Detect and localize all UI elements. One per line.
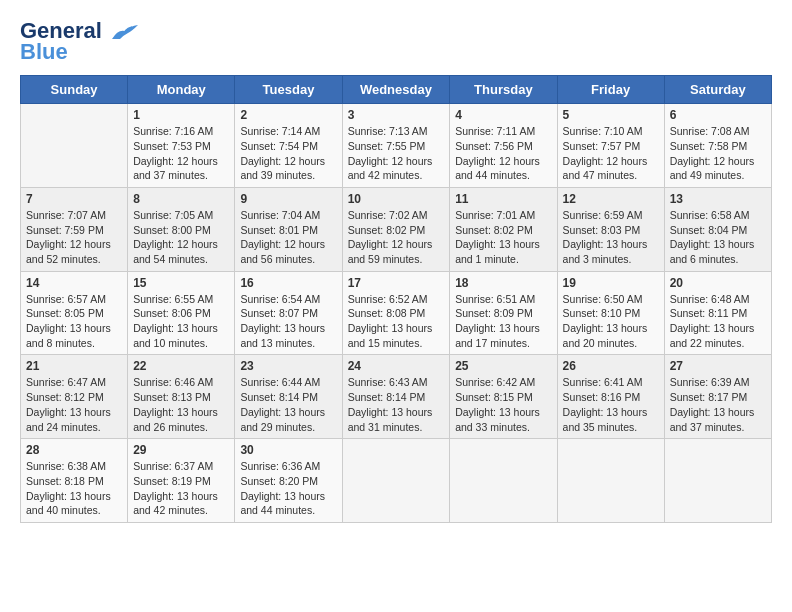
day-info: Sunrise: 7:13 AM Sunset: 7:55 PM Dayligh… [348, 124, 445, 183]
calendar-cell: 22Sunrise: 6:46 AM Sunset: 8:13 PM Dayli… [128, 355, 235, 439]
header-sunday: Sunday [21, 76, 128, 104]
logo-blue: Blue [20, 39, 68, 65]
day-number: 2 [240, 108, 336, 122]
calendar-cell: 1Sunrise: 7:16 AM Sunset: 7:53 PM Daylig… [128, 104, 235, 188]
day-number: 28 [26, 443, 122, 457]
day-info: Sunrise: 6:54 AM Sunset: 8:07 PM Dayligh… [240, 292, 336, 351]
day-number: 11 [455, 192, 551, 206]
calendar-cell: 10Sunrise: 7:02 AM Sunset: 8:02 PM Dayli… [342, 187, 450, 271]
day-number: 20 [670, 276, 766, 290]
calendar-table: SundayMondayTuesdayWednesdayThursdayFrid… [20, 75, 772, 523]
day-number: 10 [348, 192, 445, 206]
day-number: 6 [670, 108, 766, 122]
calendar-cell [21, 104, 128, 188]
day-number: 19 [563, 276, 659, 290]
calendar-cell: 21Sunrise: 6:47 AM Sunset: 8:12 PM Dayli… [21, 355, 128, 439]
calendar-cell: 16Sunrise: 6:54 AM Sunset: 8:07 PM Dayli… [235, 271, 342, 355]
day-info: Sunrise: 6:48 AM Sunset: 8:11 PM Dayligh… [670, 292, 766, 351]
day-info: Sunrise: 6:59 AM Sunset: 8:03 PM Dayligh… [563, 208, 659, 267]
day-info: Sunrise: 6:39 AM Sunset: 8:17 PM Dayligh… [670, 375, 766, 434]
day-number: 27 [670, 359, 766, 373]
day-number: 21 [26, 359, 122, 373]
calendar-cell: 25Sunrise: 6:42 AM Sunset: 8:15 PM Dayli… [450, 355, 557, 439]
day-info: Sunrise: 7:10 AM Sunset: 7:57 PM Dayligh… [563, 124, 659, 183]
calendar-week-row: 7Sunrise: 7:07 AM Sunset: 7:59 PM Daylig… [21, 187, 772, 271]
day-number: 1 [133, 108, 229, 122]
day-info: Sunrise: 7:02 AM Sunset: 8:02 PM Dayligh… [348, 208, 445, 267]
logo: General Blue [20, 20, 140, 65]
calendar-cell: 24Sunrise: 6:43 AM Sunset: 8:14 PM Dayli… [342, 355, 450, 439]
calendar-cell: 13Sunrise: 6:58 AM Sunset: 8:04 PM Dayli… [664, 187, 771, 271]
day-number: 12 [563, 192, 659, 206]
day-number: 23 [240, 359, 336, 373]
calendar-cell: 3Sunrise: 7:13 AM Sunset: 7:55 PM Daylig… [342, 104, 450, 188]
calendar-week-row: 14Sunrise: 6:57 AM Sunset: 8:05 PM Dayli… [21, 271, 772, 355]
day-info: Sunrise: 6:58 AM Sunset: 8:04 PM Dayligh… [670, 208, 766, 267]
day-info: Sunrise: 7:07 AM Sunset: 7:59 PM Dayligh… [26, 208, 122, 267]
day-info: Sunrise: 6:51 AM Sunset: 8:09 PM Dayligh… [455, 292, 551, 351]
day-number: 17 [348, 276, 445, 290]
day-number: 22 [133, 359, 229, 373]
calendar-cell: 26Sunrise: 6:41 AM Sunset: 8:16 PM Dayli… [557, 355, 664, 439]
header-saturday: Saturday [664, 76, 771, 104]
header-tuesday: Tuesday [235, 76, 342, 104]
calendar-cell [557, 439, 664, 523]
day-info: Sunrise: 7:01 AM Sunset: 8:02 PM Dayligh… [455, 208, 551, 267]
calendar-cell: 30Sunrise: 6:36 AM Sunset: 8:20 PM Dayli… [235, 439, 342, 523]
day-info: Sunrise: 6:42 AM Sunset: 8:15 PM Dayligh… [455, 375, 551, 434]
day-info: Sunrise: 6:57 AM Sunset: 8:05 PM Dayligh… [26, 292, 122, 351]
header-thursday: Thursday [450, 76, 557, 104]
header-monday: Monday [128, 76, 235, 104]
calendar-cell: 2Sunrise: 7:14 AM Sunset: 7:54 PM Daylig… [235, 104, 342, 188]
day-info: Sunrise: 7:14 AM Sunset: 7:54 PM Dayligh… [240, 124, 336, 183]
day-number: 5 [563, 108, 659, 122]
calendar-cell: 27Sunrise: 6:39 AM Sunset: 8:17 PM Dayli… [664, 355, 771, 439]
day-info: Sunrise: 6:52 AM Sunset: 8:08 PM Dayligh… [348, 292, 445, 351]
day-number: 26 [563, 359, 659, 373]
day-info: Sunrise: 7:16 AM Sunset: 7:53 PM Dayligh… [133, 124, 229, 183]
day-number: 8 [133, 192, 229, 206]
day-number: 4 [455, 108, 551, 122]
day-number: 16 [240, 276, 336, 290]
calendar-week-row: 1Sunrise: 7:16 AM Sunset: 7:53 PM Daylig… [21, 104, 772, 188]
calendar-cell: 19Sunrise: 6:50 AM Sunset: 8:10 PM Dayli… [557, 271, 664, 355]
calendar-cell: 23Sunrise: 6:44 AM Sunset: 8:14 PM Dayli… [235, 355, 342, 439]
day-info: Sunrise: 7:05 AM Sunset: 8:00 PM Dayligh… [133, 208, 229, 267]
calendar-cell: 9Sunrise: 7:04 AM Sunset: 8:01 PM Daylig… [235, 187, 342, 271]
calendar-cell [342, 439, 450, 523]
day-info: Sunrise: 7:04 AM Sunset: 8:01 PM Dayligh… [240, 208, 336, 267]
logo-bird-icon [110, 21, 140, 43]
calendar-header-row: SundayMondayTuesdayWednesdayThursdayFrid… [21, 76, 772, 104]
calendar-cell: 6Sunrise: 7:08 AM Sunset: 7:58 PM Daylig… [664, 104, 771, 188]
day-info: Sunrise: 6:38 AM Sunset: 8:18 PM Dayligh… [26, 459, 122, 518]
calendar-cell: 4Sunrise: 7:11 AM Sunset: 7:56 PM Daylig… [450, 104, 557, 188]
day-info: Sunrise: 7:11 AM Sunset: 7:56 PM Dayligh… [455, 124, 551, 183]
day-info: Sunrise: 6:55 AM Sunset: 8:06 PM Dayligh… [133, 292, 229, 351]
day-number: 25 [455, 359, 551, 373]
day-number: 29 [133, 443, 229, 457]
calendar-cell: 17Sunrise: 6:52 AM Sunset: 8:08 PM Dayli… [342, 271, 450, 355]
calendar-cell: 29Sunrise: 6:37 AM Sunset: 8:19 PM Dayli… [128, 439, 235, 523]
calendar-cell: 7Sunrise: 7:07 AM Sunset: 7:59 PM Daylig… [21, 187, 128, 271]
day-number: 30 [240, 443, 336, 457]
day-info: Sunrise: 7:08 AM Sunset: 7:58 PM Dayligh… [670, 124, 766, 183]
day-number: 7 [26, 192, 122, 206]
header-wednesday: Wednesday [342, 76, 450, 104]
calendar-cell [450, 439, 557, 523]
day-number: 9 [240, 192, 336, 206]
calendar-cell: 15Sunrise: 6:55 AM Sunset: 8:06 PM Dayli… [128, 271, 235, 355]
calendar-cell: 5Sunrise: 7:10 AM Sunset: 7:57 PM Daylig… [557, 104, 664, 188]
day-info: Sunrise: 6:43 AM Sunset: 8:14 PM Dayligh… [348, 375, 445, 434]
calendar-cell: 20Sunrise: 6:48 AM Sunset: 8:11 PM Dayli… [664, 271, 771, 355]
day-info: Sunrise: 6:37 AM Sunset: 8:19 PM Dayligh… [133, 459, 229, 518]
day-info: Sunrise: 6:50 AM Sunset: 8:10 PM Dayligh… [563, 292, 659, 351]
day-info: Sunrise: 6:41 AM Sunset: 8:16 PM Dayligh… [563, 375, 659, 434]
day-info: Sunrise: 6:47 AM Sunset: 8:12 PM Dayligh… [26, 375, 122, 434]
calendar-cell [664, 439, 771, 523]
day-info: Sunrise: 6:46 AM Sunset: 8:13 PM Dayligh… [133, 375, 229, 434]
calendar-cell: 8Sunrise: 7:05 AM Sunset: 8:00 PM Daylig… [128, 187, 235, 271]
calendar-week-row: 21Sunrise: 6:47 AM Sunset: 8:12 PM Dayli… [21, 355, 772, 439]
day-number: 15 [133, 276, 229, 290]
calendar-week-row: 28Sunrise: 6:38 AM Sunset: 8:18 PM Dayli… [21, 439, 772, 523]
day-number: 13 [670, 192, 766, 206]
